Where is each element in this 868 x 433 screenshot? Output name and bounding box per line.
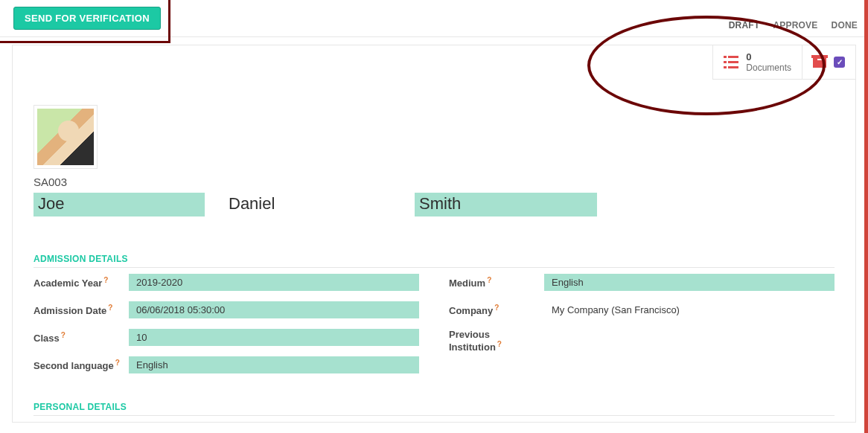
send-for-verification-button[interactable]: SEND FOR VERIFICATION [13,7,161,30]
label-company: Company? [449,304,544,316]
label-admission-date: Admission Date? [33,304,129,316]
previous-institution-field[interactable] [544,338,835,344]
status-steps: DRAFT APPROVE DONE [729,20,858,31]
status-step-draft: DRAFT [729,20,760,31]
label-second-language: Second language? [33,359,129,371]
class-field[interactable]: 10 [129,329,419,346]
company-field[interactable]: My Company (San Francisco) [544,301,835,318]
first-name-field[interactable]: Joe [33,193,205,216]
second-language-field[interactable]: English [129,356,419,373]
label-class: Class? [33,331,129,344]
label-medium: Medium? [449,276,544,289]
status-step-approve: APPROVE [773,20,817,31]
registration-number: SA003 [33,176,835,188]
section-title-personal: PERSONAL DETAILS [33,402,835,416]
middle-name-field[interactable]: Daniel [224,193,395,216]
photo-upload[interactable] [33,105,98,169]
student-photo [37,109,94,165]
academic-year-field[interactable]: 2019-2020 [129,274,419,291]
admission-date-field[interactable]: 06/06/2018 05:30:00 [129,301,419,318]
status-step-done: DONE [832,20,858,31]
label-previous-institution: Previous Institution? [449,329,544,353]
right-accent-bar [864,0,868,433]
section-title-admission: ADMISSION DETAILS [33,254,835,268]
medium-field[interactable]: English [544,274,835,291]
label-academic-year: Academic Year? [33,276,129,289]
last-name-field[interactable]: Smith [415,193,597,216]
